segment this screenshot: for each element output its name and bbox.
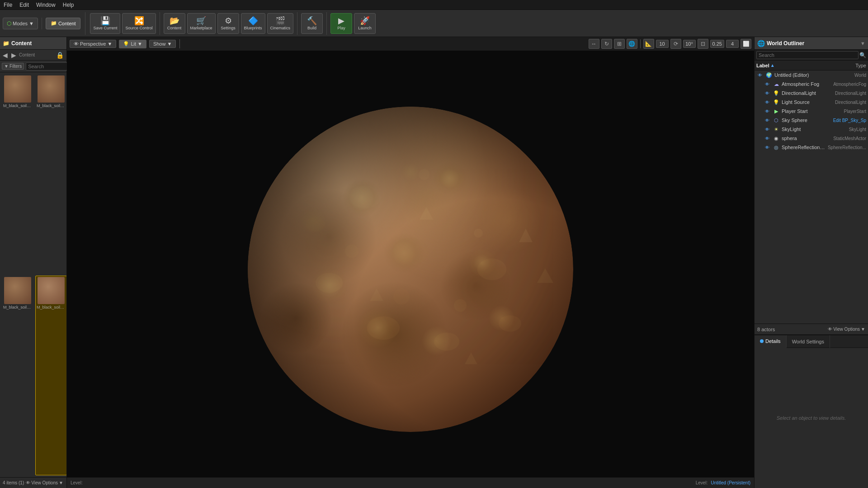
visibility-icon-4[interactable]: 👁: [764, 99, 771, 106]
lit-button[interactable]: 💡 Lit ▼: [119, 40, 146, 48]
surface-snapping-button[interactable]: 📐: [643, 39, 654, 49]
scale-snap-button[interactable]: ⊡: [698, 39, 708, 49]
details-content: Select an object to view details.: [755, 348, 868, 488]
outliner-row-dirlight[interactable]: 👁 💡 DirectionalLight DirectionalLight: [755, 89, 868, 98]
source-control-icon: 🔀: [134, 17, 144, 25]
outliner-row-spherecapture[interactable]: 👁 ◎ SphereReflectionCapture SphereReflec…: [755, 143, 868, 152]
asset-item-3[interactable]: M_black_soil_tessellation: [2, 276, 33, 475]
asset-item-2[interactable]: M_black_soil_parallax_Inst: [35, 74, 66, 274]
zoom-value[interactable]: 0.25: [710, 40, 724, 48]
launch-label: Launch: [358, 26, 372, 30]
asset-item-1[interactable]: M_black_soil_parallax: [2, 74, 33, 274]
type-column-header[interactable]: Type: [855, 63, 866, 68]
source-control-button[interactable]: 🔀 Source Control: [122, 13, 156, 34]
level-name-link[interactable]: Untitled (Persistent): [711, 480, 750, 485]
modes-button[interactable]: ⬡ Modes ▼: [3, 18, 38, 29]
actor-label-1: Untitled (Editor): [774, 72, 853, 78]
translate-button[interactable]: ↔: [589, 39, 599, 49]
world-local-button[interactable]: 🌐: [627, 39, 637, 49]
filters-button[interactable]: ▼ Filters: [2, 63, 24, 70]
rotation-snap-angle[interactable]: 10°: [683, 40, 696, 48]
world-settings-tab-label: World Settings: [792, 339, 824, 344]
build-button[interactable]: 🔨 Build: [301, 13, 323, 34]
outliner-row-lightsource[interactable]: 👁 💡 Light Source DirectionalLight: [755, 98, 868, 107]
nav-lock-button[interactable]: 🔒: [55, 52, 65, 59]
blueprints-button[interactable]: 🔷 Blueprints: [241, 13, 265, 34]
outliner-row-world[interactable]: 👁 🌍 Untitled (Editor) World: [755, 70, 868, 80]
menu-file[interactable]: File: [4, 2, 12, 8]
planet-container: [67, 51, 754, 488]
actor-label-4: Light Source: [782, 99, 833, 105]
grid-snap-value[interactable]: 10: [656, 40, 669, 48]
actor-type-6[interactable]: Edit BP_Sky_Sp: [833, 118, 866, 123]
actor-icon-6: ⬡: [773, 117, 780, 124]
toolbar-separator-4: [326, 12, 327, 35]
content-browser-header: 📁 Content: [0, 37, 66, 50]
launch-button[interactable]: 🚀 Launch: [354, 13, 376, 34]
menu-edit[interactable]: Edit: [19, 2, 29, 8]
scale-button[interactable]: ⊞: [614, 39, 625, 49]
filter-icon: ▼: [4, 64, 9, 69]
nav-back-button[interactable]: ◀: [2, 52, 9, 59]
actor-type-9: SphereReflection...: [828, 145, 866, 150]
settings-button[interactable]: ⚙ Settings: [217, 13, 239, 34]
menu-help[interactable]: Help: [63, 2, 74, 8]
outliner-row-playerstart[interactable]: 👁 ▶ Player Start PlayerStart: [755, 107, 868, 116]
outliner-icon: 🌐: [757, 40, 765, 47]
actor-icon-2: ☁: [773, 80, 780, 88]
visibility-icon-9[interactable]: 👁: [764, 144, 771, 151]
content-view-options-button[interactable]: 👁 View Options ▼: [26, 480, 63, 485]
visibility-icon-2[interactable]: 👁: [764, 80, 771, 88]
outliner-search-icon[interactable]: 🔍: [859, 52, 866, 58]
content-browser-button[interactable]: 📂 Content: [164, 13, 185, 34]
play-button[interactable]: ▶ Play: [330, 13, 352, 34]
visibility-icon-8[interactable]: 👁: [764, 135, 771, 142]
save-current-button[interactable]: 💾 Save Current: [90, 13, 120, 34]
outliner-row-atmosfog[interactable]: 👁 ☁ Atmospheric Fog AtmosphericFog: [755, 80, 868, 89]
outliner-view-options-button[interactable]: 👁 View Options ▼: [828, 327, 865, 332]
main-viewport[interactable]: 👁 Perspective ▼ 💡 Lit ▼ Show ▼ ↔ ↻ ⊞ 🌐 📐…: [67, 37, 754, 488]
details-tab[interactable]: Details: [755, 335, 787, 348]
outliner-collapse-button[interactable]: ▼: [860, 41, 865, 46]
visibility-icon-1[interactable]: 👁: [756, 71, 764, 79]
marketplace-button[interactable]: 🛒 Marketplace: [187, 13, 216, 34]
world-settings-tab[interactable]: World Settings: [787, 335, 830, 348]
content-tab-button[interactable]: 📁 Content: [46, 18, 81, 29]
cinematics-button[interactable]: 🎬 Cinematics: [267, 13, 294, 34]
actor-type-1: World: [854, 73, 866, 78]
settings-label: Settings: [221, 26, 236, 30]
view-options-label-outliner: View Options: [833, 327, 860, 332]
toolbar-separator-2: [160, 12, 160, 35]
outliner-row-skylight[interactable]: 👁 ☀ SkyLight SkyLight: [755, 125, 868, 134]
outliner-search-input[interactable]: [756, 51, 859, 59]
outliner-header: 🌐 World Outliner ▼: [755, 37, 868, 50]
details-tab-label: Details: [765, 338, 781, 344]
visibility-icon-6[interactable]: 👁: [764, 117, 771, 124]
content-folder-icon: 📁: [51, 20, 57, 26]
asset-label-1: M_black_soil_parallax: [3, 103, 32, 108]
rotation-snap-button[interactable]: ⟳: [670, 39, 681, 49]
visibility-icon-7[interactable]: 👁: [764, 126, 771, 133]
show-button[interactable]: Show ▼: [149, 40, 176, 48]
asset-item-4[interactable]: M_black_soil_tessellation_Inst: [35, 276, 66, 475]
asset-label-3: M_black_soil_tessellation: [3, 305, 32, 310]
level-label: Level:: [71, 480, 83, 485]
outliner-row-sphera[interactable]: 👁 ◉ sphera StaticMeshActor: [755, 134, 868, 143]
zoom-level[interactable]: 4: [726, 40, 739, 48]
visibility-icon-5[interactable]: 👁: [764, 108, 771, 115]
content-filter: ▼ Filters 🔍: [0, 61, 66, 72]
content-tab-label: Content: [58, 21, 76, 26]
level-name: Level: Untitled (Persistent): [696, 480, 750, 485]
rotate-button[interactable]: ↻: [601, 39, 612, 49]
menu-window[interactable]: Window: [36, 2, 56, 8]
viewport-type-button[interactable]: 👁 Perspective ▼: [70, 40, 116, 48]
visibility-icon-3[interactable]: 👁: [764, 89, 771, 97]
maximize-button[interactable]: ⬜: [741, 39, 751, 49]
asset-label-2: M_black_soil_parallax_Inst: [37, 103, 66, 108]
outliner-row-skysphere[interactable]: 👁 ⬡ Sky Sphere Edit BP_Sky_Sp: [755, 116, 868, 125]
build-icon: 🔨: [307, 17, 317, 25]
nav-forward-button[interactable]: ▶: [10, 52, 17, 59]
actor-icon-9: ◎: [773, 144, 780, 151]
label-column-header[interactable]: Label: [756, 63, 769, 68]
actor-count: 8 actors: [757, 327, 826, 332]
